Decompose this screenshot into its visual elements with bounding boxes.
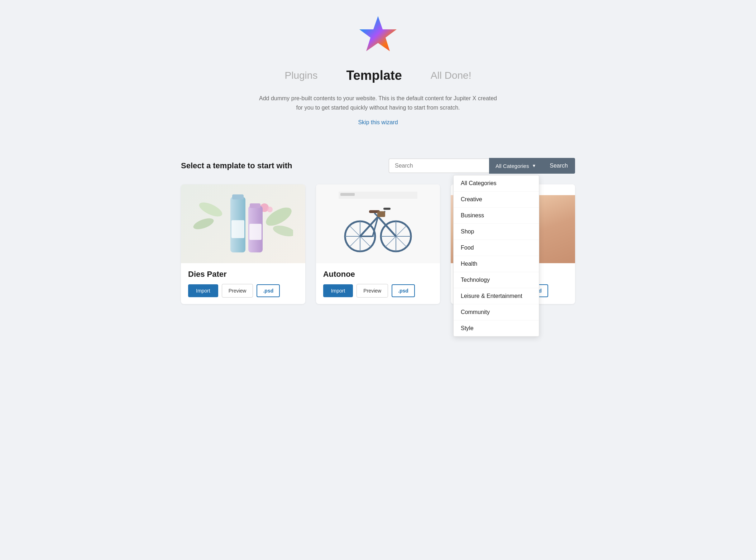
template-thumbnail-dies-pater xyxy=(181,184,305,263)
dropdown-item-shop[interactable]: Shop xyxy=(454,224,539,240)
dropdown-item-leisure[interactable]: Leisure & Entertainment xyxy=(454,288,539,304)
search-input[interactable] xyxy=(389,159,489,173)
template-actions-dies-pater: Import Preview .psd xyxy=(188,284,298,298)
psd-button-dies-pater[interactable]: .psd xyxy=(257,284,280,297)
import-button-dies-pater[interactable]: Import xyxy=(188,284,218,297)
autonoe-illustration xyxy=(339,192,417,256)
dropdown-item-health[interactable]: Health xyxy=(454,256,539,272)
psd-button-autonoe[interactable]: .psd xyxy=(392,284,415,297)
dropdown-item-business[interactable]: Business xyxy=(454,208,539,224)
dropdown-item-all[interactable]: All Categories xyxy=(454,175,539,192)
import-button-autonoe[interactable]: Import xyxy=(323,284,353,297)
category-dropdown-label: All Categories xyxy=(496,163,529,169)
svg-rect-8 xyxy=(232,194,244,199)
template-section-title: Select a template to start with xyxy=(181,161,292,170)
dropdown-item-community[interactable]: Community xyxy=(454,304,539,320)
template-header: Select a template to start with All Cate… xyxy=(181,158,575,174)
svg-rect-14 xyxy=(340,193,355,196)
template-card-dies-pater: Dies Pater Import Preview .psd xyxy=(181,184,305,304)
dropdown-item-technology[interactable]: Technology xyxy=(454,272,539,288)
wizard-step-plugins: Plugins xyxy=(285,70,318,81)
svg-rect-12 xyxy=(249,224,262,240)
svg-point-4 xyxy=(272,223,293,238)
template-section: Select a template to start with All Cate… xyxy=(181,158,575,304)
template-info-autonoe: Autonoe Import Preview .psd xyxy=(316,263,440,304)
search-area: All Categories ▼ Search All Categories C… xyxy=(389,158,575,174)
template-card-autonoe: Autonoe Import Preview .psd xyxy=(316,184,440,304)
svg-marker-0 xyxy=(359,16,397,51)
template-actions-autonoe: Import Preview .psd xyxy=(323,284,433,298)
wizard-description: Add dummy pre-built contents to your web… xyxy=(256,94,500,112)
svg-rect-33 xyxy=(377,211,385,217)
chevron-down-icon: ▼ xyxy=(532,163,536,168)
svg-point-3 xyxy=(193,216,215,232)
logo-icon xyxy=(357,14,399,57)
wizard-header: Plugins Template All Done! Add dummy pre… xyxy=(181,14,575,144)
category-dropdown-menu: All Categories Creative Business Shop Fo… xyxy=(453,175,539,337)
wizard-step-alldone: All Done! xyxy=(431,70,472,81)
preview-button-autonoe[interactable]: Preview xyxy=(357,284,388,298)
svg-point-6 xyxy=(267,207,273,212)
svg-rect-32 xyxy=(383,208,391,210)
wizard-steps: Plugins Template All Done! xyxy=(285,68,472,83)
svg-rect-11 xyxy=(231,220,244,238)
dropdown-item-creative[interactable]: Creative xyxy=(454,192,539,208)
skip-wizard-link[interactable]: Skip this wizard xyxy=(358,119,398,126)
search-button[interactable]: Search xyxy=(542,158,575,174)
preview-button-dies-pater[interactable]: Preview xyxy=(222,284,253,298)
svg-rect-10 xyxy=(250,203,260,208)
wizard-step-template: Template xyxy=(346,68,402,83)
svg-point-2 xyxy=(197,200,224,219)
dies-pater-illustration xyxy=(193,188,293,260)
dropdown-item-food[interactable]: Food xyxy=(454,240,539,256)
template-name-autonoe: Autonoe xyxy=(323,270,433,279)
template-info-dies-pater: Dies Pater Import Preview .psd xyxy=(181,263,305,304)
template-name-dies-pater: Dies Pater xyxy=(188,270,298,279)
template-thumbnail-autonoe xyxy=(316,184,440,263)
category-dropdown-button[interactable]: All Categories ▼ xyxy=(489,158,542,174)
dropdown-item-style[interactable]: Style xyxy=(454,320,539,336)
